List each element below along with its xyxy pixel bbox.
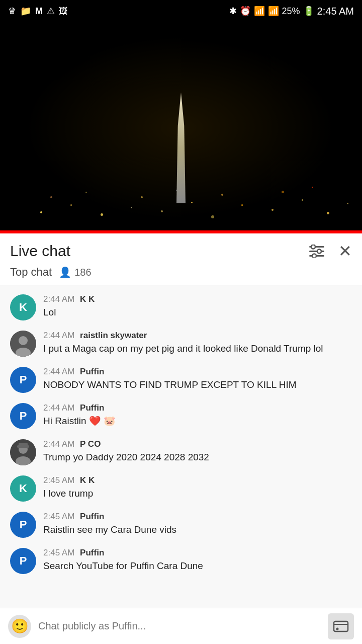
- svg-point-3: [311, 245, 315, 249]
- crown-icon: ♛: [8, 6, 16, 17]
- avatar: P: [10, 512, 36, 538]
- video-background: [0, 22, 362, 233]
- message-text: I put a Maga cap on my pet pig and it lo…: [43, 342, 352, 356]
- chat-message: P 2:44 AM Puffin Hi Raistlin ❤️ 🐷: [0, 398, 362, 434]
- video-player[interactable]: [0, 22, 362, 233]
- message-username: Puffin: [80, 403, 104, 413]
- livechat-header: Live chat ✕ Top chat 👤 186: [0, 233, 362, 285]
- status-icons-right: ✱ ⏰ 📶 📶 25% 🔋 2:45 AM: [229, 6, 354, 17]
- message-content: 2:45 AM Puffin Raistlin see my Cara Dune…: [43, 512, 352, 537]
- svg-point-5: [312, 254, 316, 258]
- svg-point-16: [336, 627, 339, 630]
- chat-message: K 2:45 AM K K I love trump: [0, 470, 362, 507]
- avatar: K: [10, 294, 36, 320]
- livechat-title-row: Live chat ✕: [10, 242, 352, 261]
- svg-rect-14: [334, 621, 348, 631]
- avatar: P: [10, 403, 36, 429]
- video-progress-bar[interactable]: [0, 230, 362, 233]
- city-lights: [0, 173, 362, 233]
- message-meta: 2:45 AM K K: [43, 475, 352, 486]
- message-content: 2:44 AM Puffin NOBODY WANTS TO FIND TRUM…: [43, 367, 352, 392]
- chat-messages-list: K 2:44 AM K K Lol 2:44 AM raistlin skywa…: [0, 285, 362, 619]
- message-meta: 2:45 AM Puffin: [43, 512, 352, 522]
- viewer-icon: 👤: [59, 266, 71, 278]
- message-text: Hi Raistlin ❤️ 🐷: [43, 415, 352, 428]
- message-content: 2:44 AM K K Lol: [43, 294, 352, 319]
- svg-point-4: [317, 250, 321, 254]
- send-message-button[interactable]: [328, 613, 354, 639]
- message-meta: 2:44 AM Puffin: [43, 403, 352, 413]
- message-username: P CO: [80, 439, 101, 449]
- alarm-icon: ⏰: [240, 6, 251, 17]
- message-text: Trump yo Daddy 2020 2024 2028 2032: [43, 451, 352, 464]
- battery-icon: 🔋: [303, 6, 314, 17]
- message-text: Search YouTube for Puffin Cara Dune: [43, 559, 352, 573]
- message-meta: 2:44 AM K K: [43, 294, 352, 304]
- message-content: 2:44 AM Puffin Hi Raistlin ❤️ 🐷: [43, 403, 352, 428]
- chat-input-bar: 🙂: [0, 608, 362, 644]
- message-username: Puffin: [80, 512, 104, 521]
- livechat-title: Live chat: [10, 243, 70, 260]
- status-bar: ♛ 📁 M ⚠ 🖼 ✱ ⏰ 📶 📶 25% 🔋 2:45 AM: [0, 0, 362, 22]
- time-display: 2:45 AM: [317, 6, 354, 17]
- bluetooth-icon: ✱: [229, 6, 237, 17]
- chat-message: P 2:45 AM Puffin Search YouTube for Puff…: [0, 543, 362, 579]
- message-content: 2:45 AM Puffin Search YouTube for Puffin…: [43, 548, 352, 573]
- emoji-button[interactable]: 🙂: [8, 615, 31, 638]
- message-meta: 2:44 AM Puffin: [43, 367, 352, 377]
- message-username: K K: [80, 294, 95, 304]
- chat-message: 2:44 AM P CO Trump yo Daddy 2020 2024 20…: [0, 434, 362, 470]
- message-text: I love trump: [43, 487, 352, 501]
- message-text: Lol: [43, 306, 352, 319]
- svg-point-7: [19, 336, 28, 345]
- chat-message: 2:44 AM raistlin skywater I put a Maga c…: [0, 326, 362, 362]
- message-meta: 2:44 AM P CO: [43, 439, 352, 449]
- chat-input[interactable]: [38, 615, 321, 638]
- close-chat-button[interactable]: ✕: [338, 242, 352, 261]
- viewer-count: 👤 186: [59, 266, 91, 278]
- viewer-number: 186: [74, 267, 91, 278]
- message-username: Puffin: [80, 548, 104, 557]
- chat-message: P 2:44 AM Puffin NOBODY WANTS TO FIND TR…: [0, 362, 362, 398]
- message-meta: 2:45 AM Puffin: [43, 548, 352, 558]
- emoji-icon: 🙂: [11, 618, 29, 634]
- signal-icon: 📶: [268, 6, 279, 17]
- status-icons-left: ♛ 📁 M ⚠ 🖼: [8, 6, 68, 17]
- avatar: P: [10, 367, 36, 393]
- chat-message: P 2:45 AM Puffin Raistlin see my Cara Du…: [0, 507, 362, 543]
- message-content: 2:45 AM K K I love trump: [43, 475, 352, 501]
- livechat-header-icons: ✕: [309, 242, 352, 261]
- image-icon: 🖼: [59, 6, 68, 17]
- message-text: NOBODY WANTS TO FIND TRUMP EXCEPT TO KIL…: [43, 378, 352, 392]
- chat-message: K 2:44 AM K K Lol: [0, 289, 362, 326]
- message-username: raistlin skywater: [80, 331, 147, 340]
- svg-rect-13: [19, 443, 28, 446]
- avatar: [10, 439, 36, 465]
- message-username: K K: [80, 475, 95, 485]
- avatar: P: [10, 548, 36, 574]
- message-content: 2:44 AM raistlin skywater I put a Maga c…: [43, 331, 352, 356]
- topchat-label[interactable]: Top chat: [10, 266, 52, 279]
- message-username: Puffin: [80, 367, 104, 376]
- mastodon-icon: M: [35, 6, 43, 17]
- chat-settings-button[interactable]: [309, 245, 324, 258]
- avatar: K: [10, 475, 36, 502]
- wifi-icon: 📶: [254, 6, 265, 17]
- avatar: [10, 331, 36, 357]
- message-content: 2:44 AM P CO Trump yo Daddy 2020 2024 20…: [43, 439, 352, 464]
- folder-icon: 📁: [20, 6, 31, 17]
- message-text: Raistlin see my Cara Dune vids: [43, 523, 352, 537]
- topchat-row: Top chat 👤 186: [10, 266, 352, 285]
- warning-icon: ⚠: [47, 6, 55, 17]
- message-meta: 2:44 AM raistlin skywater: [43, 331, 352, 341]
- battery-percent: 25%: [282, 6, 300, 17]
